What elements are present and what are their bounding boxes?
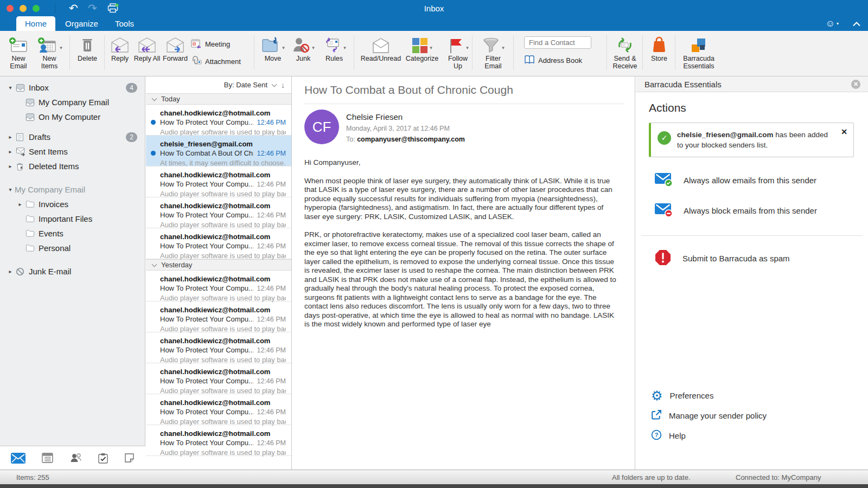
sidebar-item-inbox[interactable]: ▾Inbox4	[0, 80, 145, 95]
message-subject: How To Protect Your Compu...	[160, 210, 253, 220]
message-subject: How To Protect Your Compu...	[160, 118, 253, 127]
filter-email-button[interactable]: ▾ Filter Email	[477, 34, 509, 70]
notification-email: chelsie_friesen@gmail.com	[677, 131, 774, 139]
tab-home[interactable]: Home	[16, 16, 55, 31]
window-title: Inbox	[0, 0, 868, 16]
move-button[interactable]: ▾ Move	[258, 34, 288, 62]
mail-allow-icon	[654, 171, 673, 189]
sidebar-item-personal[interactable]: Personal	[0, 241, 145, 255]
sidebar-item-deleted-items[interactable]: ▸Deleted Items	[0, 159, 145, 174]
notes-module-icon[interactable]	[124, 453, 135, 463]
tasks-module-icon[interactable]	[98, 453, 108, 464]
message-list-item[interactable]: chanel.hodkiewicz@hotmail.comHow To Prot…	[146, 271, 291, 301]
message-group-header-today[interactable]: Today	[146, 93, 291, 105]
people-module-icon[interactable]	[69, 453, 82, 463]
manage-sender-policy-link[interactable]: Manage your sender policy	[651, 406, 767, 426]
feedback-smiley-icon[interactable]: ☺▾	[826, 18, 839, 29]
address-book-button[interactable]: Address Book	[524, 55, 582, 66]
message-list-item[interactable]: chanel.hodkiewicz@hotmail.comHow To Prot…	[146, 166, 291, 197]
reply-all-button[interactable]: Reply All	[133, 34, 161, 62]
message-list-item[interactable]: chanel.hodkiewicz@hotmail.comHow To Prot…	[146, 332, 291, 363]
barracuda-essentials-button[interactable]: Barracuda Essentials	[679, 34, 718, 70]
always-block-action[interactable]: Always block emails from this sender	[654, 202, 868, 219]
message-list-item[interactable]: chanel.hodkiewicz@hotmail.comHow To Prot…	[146, 197, 291, 228]
message-list-item[interactable]: chanel.hodkiewicz@hotmail.comHow To Prot…	[146, 425, 291, 456]
expand-right-icon[interactable]: ▸	[17, 201, 23, 207]
store-button[interactable]: Store	[646, 34, 673, 62]
expand-right-icon[interactable]: ▸	[7, 163, 14, 169]
message-subject: How To Protect Your Compu...	[160, 241, 253, 251]
submit-spam-action[interactable]: Submit to Barracuda as spam	[654, 249, 868, 268]
message-sender: chanel.hodkiewicz@hotmail.com	[160, 232, 286, 241]
expand-down-icon[interactable]: ▾	[7, 85, 14, 91]
rules-button[interactable]: ▾ Rules	[319, 34, 349, 62]
help-link[interactable]: ? Help	[651, 426, 767, 446]
message-subject: How To Protect Your Compu...	[160, 345, 253, 355]
attachment-button[interactable]: Attachment	[191, 56, 241, 67]
message-list-item[interactable]: chanel.hodkiewicz@hotmail.comHow To Prot…	[146, 228, 291, 259]
sidebar-item-my-company-email[interactable]: My Company Email	[0, 95, 145, 110]
expand-down-icon[interactable]: ▾	[7, 187, 14, 192]
barracuda-essentials-icon	[679, 34, 718, 55]
sidebar-item-important-files[interactable]: Important Files	[0, 211, 145, 226]
sidebar-item-events[interactable]: Events	[0, 226, 145, 241]
mail-module-icon[interactable]	[11, 453, 25, 464]
ribbon-label: Reply	[107, 55, 132, 62]
calendar-module-icon[interactable]	[42, 453, 53, 463]
ribbon-label: Reply All	[133, 55, 161, 62]
find-contact-input[interactable]	[524, 36, 591, 49]
message-time: 12:46 PM	[257, 118, 286, 127]
sidebar-item-invoices[interactable]: ▸Invoices	[0, 197, 145, 211]
sidebar-item-junk-e-mail[interactable]: ▸Junk E-mail	[0, 264, 145, 279]
module-switcher	[0, 446, 145, 470]
spam-alert-icon	[654, 249, 672, 268]
sidebar-spacer	[0, 124, 145, 130]
message-list-item[interactable]: chanel.hodkiewicz@hotmail.comHow To Prot…	[146, 394, 291, 425]
message-time: 12:46 PM	[257, 149, 286, 158]
message-list-item[interactable]: chelsie_friesen@gmail.comHow To Combat A…	[146, 136, 291, 166]
tab-organize[interactable]: Organize	[56, 16, 107, 31]
reply-button[interactable]: Reply	[107, 34, 132, 62]
sidebar-item-drafts[interactable]: ▸Drafts2	[0, 130, 145, 144]
dropdown-arrow: ▾	[343, 45, 346, 50]
categorize-button[interactable]: ▾ Categorize	[403, 34, 442, 62]
panel-title: Barracuda Essentials	[644, 80, 722, 89]
follow-up-button[interactable]: ▾ Follow Up	[445, 34, 471, 70]
sidebar-item-on-my-computer[interactable]: On My Computer	[0, 110, 145, 124]
tab-tools[interactable]: Tools	[106, 16, 143, 31]
message-sender: chanel.hodkiewicz@hotmail.com	[160, 274, 286, 284]
rules-icon: ▾	[319, 34, 349, 55]
message-list-item[interactable]: chanel.hodkiewicz@hotmail.comHow To Prot…	[146, 301, 291, 332]
sort-by-chevron-icon[interactable]	[272, 81, 277, 87]
my-company-email-folder-icon	[25, 98, 37, 107]
expand-right-icon[interactable]: ▸	[7, 268, 14, 274]
expand-right-icon[interactable]: ▸	[7, 134, 14, 140]
forward-button[interactable]: Forward	[161, 34, 190, 62]
always-allow-action[interactable]: Always allow emails from this sender	[654, 171, 868, 189]
store-icon	[646, 34, 673, 55]
read-unread-button[interactable]: Read/Unread	[358, 34, 404, 62]
new-email-button[interactable]: New Email	[4, 34, 33, 70]
sort-direction-icon[interactable]: ↓	[281, 81, 285, 89]
sort-by-control[interactable]: By: Date Sent	[224, 81, 267, 89]
message-list-item[interactable]: chanel.hodkiewicz@hotmail.comHow To Prot…	[146, 363, 291, 394]
send-receive-button[interactable]: Send & Receive	[610, 34, 640, 70]
ribbon-label: Rules	[319, 55, 349, 62]
unread-dot-icon	[151, 151, 156, 156]
success-check-icon: ✓	[658, 131, 671, 145]
message-list-item[interactable]: chanel.hodkiewicz@hotmail.comHow To Prot…	[146, 105, 291, 136]
message-group-header-yesterday[interactable]: Yesterday	[146, 259, 291, 271]
junk-button[interactable]: ▾ Junk	[290, 34, 317, 62]
preferences-link[interactable]: ⚙ Preferences	[651, 386, 767, 406]
sidebar-item-sent-items[interactable]: ▸Sent Items	[0, 144, 145, 159]
expand-right-icon[interactable]: ▸	[7, 149, 14, 155]
sidebar-item-my-company-email[interactable]: ▾My Company Email	[0, 182, 145, 197]
panel-close-icon[interactable]: ✕	[851, 80, 860, 89]
meeting-button[interactable]: Meeting	[191, 38, 230, 50]
delete-button[interactable]: Delete	[74, 34, 101, 62]
collapse-ribbon-icon[interactable]	[853, 19, 860, 29]
dropdown-arrow: ▾	[282, 45, 285, 50]
window-bottom-edge	[0, 484, 868, 488]
notification-close-icon[interactable]: ✕	[841, 127, 847, 137]
new-items-button[interactable]: ▾ New Items	[34, 34, 65, 70]
